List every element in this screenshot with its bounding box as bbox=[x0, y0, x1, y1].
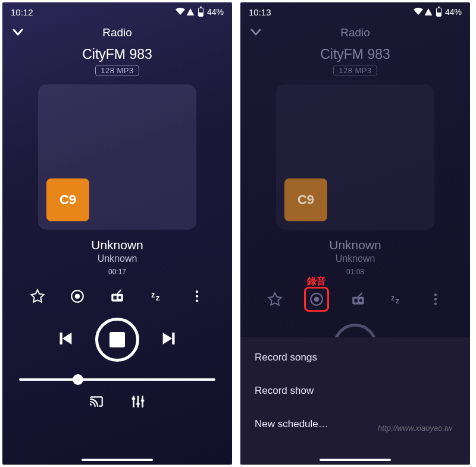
signal-icon bbox=[425, 8, 433, 15]
status-right: 44% bbox=[414, 7, 462, 17]
svg-point-1 bbox=[75, 294, 80, 299]
page-title: Radio bbox=[340, 26, 370, 39]
stations-button[interactable] bbox=[349, 290, 368, 309]
battery-percent: 44% bbox=[207, 7, 224, 17]
station-info: CityFM 983 128 MP3 bbox=[240, 45, 470, 76]
svg-text:z: z bbox=[156, 293, 160, 302]
record-annotation: 錄音 bbox=[307, 275, 326, 288]
station-name: CityFM 983 bbox=[240, 46, 470, 62]
slider-knob[interactable] bbox=[73, 374, 83, 385]
home-indicator[interactable] bbox=[320, 459, 391, 461]
station-thumb: C9 bbox=[284, 178, 327, 221]
track-artist: Unknown bbox=[2, 253, 232, 264]
collapse-button[interactable] bbox=[11, 25, 25, 39]
record-button[interactable] bbox=[307, 290, 326, 309]
status-time: 10:12 bbox=[11, 7, 33, 17]
record-button[interactable] bbox=[68, 287, 87, 306]
svg-point-18 bbox=[359, 299, 362, 302]
svg-point-8 bbox=[195, 290, 198, 293]
album-art: C9 bbox=[276, 84, 434, 230]
sleep-timer-button[interactable]: zz bbox=[387, 290, 406, 309]
header: Radio bbox=[240, 20, 470, 45]
menu-record-show[interactable]: Record show bbox=[240, 374, 470, 408]
bottom-actions bbox=[2, 394, 232, 412]
favorite-button[interactable] bbox=[28, 287, 47, 306]
collapse-button[interactable] bbox=[249, 25, 263, 39]
phone-right: 10:13 44% Radio CityFM 983 128 MP3 C9 Un… bbox=[240, 2, 470, 465]
svg-point-22 bbox=[434, 293, 436, 296]
svg-rect-16 bbox=[352, 297, 364, 305]
svg-point-23 bbox=[434, 298, 436, 300]
svg-point-4 bbox=[118, 296, 121, 299]
page-title: Radio bbox=[102, 26, 132, 39]
favorite-button[interactable] bbox=[265, 290, 284, 309]
battery-percent: 44% bbox=[445, 7, 462, 17]
track-title: Unknown bbox=[2, 238, 232, 252]
status-right: 44% bbox=[176, 7, 224, 17]
phone-left: 10:12 44% Radio CityFM 983 128 MP3 C9 Un… bbox=[2, 2, 232, 465]
next-button[interactable] bbox=[159, 328, 180, 351]
status-bar: 10:12 44% bbox=[2, 2, 232, 20]
track-artist: Unknown bbox=[240, 253, 470, 264]
more-button[interactable] bbox=[187, 287, 206, 306]
wifi-icon bbox=[414, 7, 423, 17]
svg-text:z: z bbox=[151, 291, 155, 299]
action-row: zz bbox=[2, 276, 232, 312]
station-thumb: C9 bbox=[46, 178, 89, 221]
equalizer-button[interactable] bbox=[130, 394, 146, 412]
record-menu-sheet: Record songs Record show New schedule… bbox=[240, 337, 470, 465]
stop-button[interactable] bbox=[95, 318, 139, 362]
sleep-timer-button[interactable]: zz bbox=[148, 287, 167, 306]
track-elapsed: 00:17 bbox=[2, 268, 232, 276]
track-title: Unknown bbox=[240, 238, 470, 252]
svg-point-10 bbox=[195, 299, 198, 302]
svg-text:z: z bbox=[396, 296, 400, 305]
station-info: CityFM 983 128 MP3 bbox=[2, 45, 232, 76]
stream-badge: 128 MP3 bbox=[95, 65, 139, 76]
home-indicator[interactable] bbox=[82, 459, 153, 461]
track-info: Unknown Unknown 01:08 bbox=[240, 238, 470, 276]
action-row: 錄音 zz bbox=[240, 276, 470, 318]
signal-icon bbox=[187, 8, 195, 15]
track-info: Unknown Unknown 00:17 bbox=[2, 238, 232, 276]
status-bar: 10:13 44% bbox=[240, 2, 470, 20]
record-button-highlight: 錄音 bbox=[304, 287, 329, 312]
stations-button[interactable] bbox=[108, 287, 127, 306]
svg-rect-11 bbox=[132, 398, 135, 400]
svg-rect-3 bbox=[113, 296, 116, 300]
wifi-icon bbox=[176, 7, 185, 17]
status-time: 10:13 bbox=[249, 7, 271, 17]
svg-line-5 bbox=[117, 290, 121, 294]
previous-button[interactable] bbox=[55, 328, 75, 351]
svg-point-24 bbox=[434, 302, 436, 305]
volume-slider[interactable] bbox=[19, 378, 215, 381]
album-art: C9 bbox=[38, 84, 196, 230]
header: Radio bbox=[2, 20, 232, 45]
cast-button[interactable] bbox=[89, 394, 104, 412]
stop-icon bbox=[109, 332, 125, 347]
transport-controls bbox=[2, 318, 232, 362]
svg-text:z: z bbox=[391, 294, 394, 302]
menu-record-songs[interactable]: Record songs bbox=[240, 341, 470, 374]
track-elapsed: 01:08 bbox=[240, 268, 470, 276]
svg-line-19 bbox=[358, 293, 362, 297]
svg-point-15 bbox=[314, 297, 320, 302]
station-name: CityFM 983 bbox=[2, 46, 232, 62]
svg-point-9 bbox=[195, 295, 198, 297]
battery-icon bbox=[436, 8, 441, 17]
svg-rect-17 bbox=[354, 299, 357, 303]
more-button[interactable] bbox=[426, 290, 445, 309]
stream-badge: 128 MP3 bbox=[333, 65, 377, 76]
watermark: http://www.xiaoyao.tw bbox=[378, 424, 452, 432]
svg-rect-12 bbox=[136, 403, 139, 405]
svg-rect-13 bbox=[141, 400, 144, 402]
battery-icon bbox=[198, 8, 203, 17]
